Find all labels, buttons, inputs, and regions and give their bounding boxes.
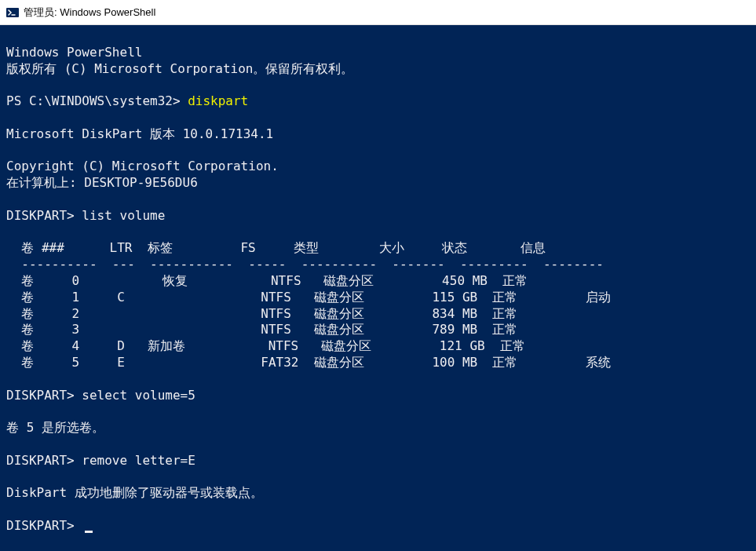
diskpart-prompt-line: DISKPART> list volume — [6, 208, 165, 223]
volume-row: 卷 4 D 新加卷 NTFS 磁盘分区 121 GB 正常 — [6, 338, 525, 353]
ps-prompt-line: PS C:\WINDOWS\system32> diskpart — [6, 93, 248, 108]
diskpart-command: diskpart — [188, 93, 248, 108]
diskpart-prompt: DISKPART> — [6, 388, 82, 403]
diskpart-copyright: Copyright (C) Microsoft Corporation. — [6, 159, 279, 173]
copyright-line: 版权所有 (C) Microsoft Corporation。保留所有权利。 — [6, 61, 353, 76]
diskpart-prompt: DISKPART> — [6, 208, 82, 223]
volume-divider: ---------- --- ----------- ----- -------… — [6, 257, 604, 272]
diskpart-computer: 在计算机上: DESKTOP-9E56DU6 — [6, 175, 198, 190]
powershell-window: 管理员: Windows PowerShell Windows PowerShe… — [0, 0, 756, 551]
ps-prompt: PS C:\WINDOWS\system32> — [6, 93, 188, 108]
diskpart-prompt-line: DISKPART> remove letter=E — [6, 453, 195, 468]
powershell-icon — [6, 6, 19, 19]
window-title: 管理员: Windows PowerShell — [24, 5, 155, 20]
diskpart-prompt-line: DISKPART> — [6, 518, 93, 533]
volume-row: 卷 1 C NTFS 磁盘分区 115 GB 正常 启动 — [6, 290, 611, 305]
diskpart-banner: Microsoft DiskPart 版本 10.0.17134.1 — [6, 126, 273, 141]
banner-line: Windows PowerShell — [6, 45, 142, 60]
terminal-output[interactable]: Windows PowerShell 版权所有 (C) Microsoft Co… — [0, 25, 756, 551]
volume-row: 卷 0 恢复 NTFS 磁盘分区 450 MB 正常 — [6, 273, 528, 288]
titlebar[interactable]: 管理员: Windows PowerShell — [0, 0, 756, 25]
remove-letter-command: remove letter=E — [82, 453, 195, 468]
list-volume-command: list volume — [82, 208, 165, 223]
cursor — [85, 531, 93, 533]
diskpart-prompt-line: DISKPART> select volume=5 — [6, 388, 195, 403]
select-volume-command: select volume=5 — [82, 388, 195, 403]
volume-row: 卷 3 NTFS 磁盘分区 789 MB 正常 — [6, 322, 517, 337]
volume-header: 卷 ### LTR 标签 FS 类型 大小 状态 信息 — [6, 240, 546, 255]
svg-rect-0 — [6, 8, 19, 17]
diskpart-prompt: DISKPART> — [6, 453, 82, 468]
volume-row: 卷 5 E FAT32 磁盘分区 100 MB 正常 系统 — [6, 355, 611, 370]
selected-message: 卷 5 是所选卷。 — [6, 420, 104, 435]
diskpart-prompt: DISKPART> — [6, 518, 82, 533]
removed-message: DiskPart 成功地删除了驱动器号或装载点。 — [6, 485, 263, 500]
volume-row: 卷 2 NTFS 磁盘分区 834 MB 正常 — [6, 306, 517, 321]
